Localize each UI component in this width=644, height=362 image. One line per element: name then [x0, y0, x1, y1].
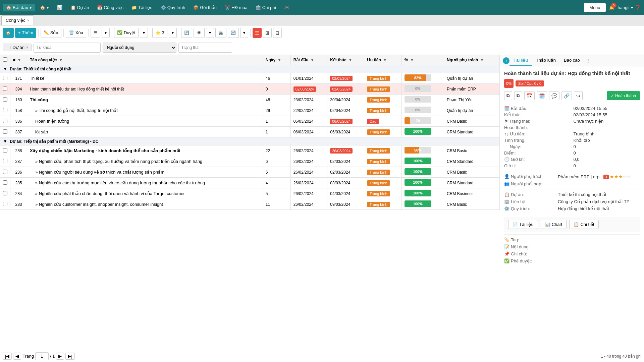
duyet-dropdown-btn[interactable]: ▾: [140, 28, 148, 38]
help-button[interactable]: ❓: [635, 4, 641, 11]
end-filter-icon[interactable]: ▼: [348, 58, 352, 62]
row-select[interactable]: [3, 119, 7, 123]
detail-more-tab[interactable]: ⋮: [584, 55, 592, 66]
row-checkbox[interactable]: [0, 199, 10, 210]
them-button[interactable]: + Thêm: [15, 28, 36, 38]
tai-lieu-detail-btn[interactable]: 📄 Tài liệu: [508, 220, 538, 229]
prev-page-btn[interactable]: ◀: [13, 353, 21, 360]
tab-close-icon[interactable]: ×: [28, 18, 30, 22]
eye-dropdown-btn[interactable]: ▾: [206, 28, 214, 38]
row-select[interactable]: [3, 86, 7, 91]
row-name[interactable]: » Nghiên cứu các thị trường mục tiêu và …: [27, 178, 263, 188]
days-filter-icon[interactable]: ▼: [277, 58, 281, 62]
user-select[interactable]: Người sử dụng: [103, 43, 176, 53]
list-dropdown-btn[interactable]: ▾: [102, 28, 110, 38]
star-button[interactable]: ⭐ 3: [152, 28, 167, 38]
row-select[interactable]: [3, 108, 7, 112]
row-checkbox[interactable]: [0, 127, 10, 137]
start-button[interactable]: 🏠 Bắt đầu ▾: [3, 4, 35, 11]
list-view-btn[interactable]: ☰: [91, 28, 100, 38]
tab-bao-cao[interactable]: Báo cáo: [560, 55, 584, 66]
detail-comment-btn[interactable]: 💬: [549, 91, 559, 100]
nav-project-btn[interactable]: 📋 Dự án: [67, 4, 92, 11]
row-select[interactable]: [3, 159, 7, 163]
row-checkbox[interactable]: [0, 116, 10, 127]
row-select[interactable]: [3, 180, 7, 185]
table-view-btn[interactable]: ☰: [253, 28, 262, 38]
detail-link-btn[interactable]: 🔗: [561, 91, 572, 100]
row-checkbox[interactable]: [0, 167, 10, 178]
hoan-thanh-button[interactable]: ✓ Hoàn thành: [607, 91, 640, 100]
row-name[interactable]: Thiết kế: [27, 73, 263, 84]
print-button[interactable]: 🖨️: [215, 28, 226, 38]
tab-tai-lieu[interactable]: Tài liệu: [509, 55, 532, 66]
detail-calendar-btn[interactable]: 📅: [524, 91, 535, 100]
percent-filter-icon[interactable]: ▼: [410, 58, 414, 62]
nav-contract-btn[interactable]: ✂️ HĐ mua: [221, 4, 251, 11]
star-dropdown-btn[interactable]: ▾: [169, 28, 177, 38]
owner-filter-icon[interactable]: ▼: [480, 58, 484, 62]
row-select[interactable]: [3, 170, 7, 174]
row-select[interactable]: [3, 97, 7, 102]
row-checkbox[interactable]: [0, 95, 10, 105]
notification-bell[interactable]: 🔔 0: [609, 5, 614, 10]
nav-doc-btn[interactable]: 📁 Tài liệu: [128, 4, 156, 11]
start-filter-icon[interactable]: ▼: [311, 58, 314, 62]
xoa-button[interactable]: 🗑️ Xóa: [66, 28, 86, 38]
id-filter-icon[interactable]: ▼: [17, 58, 21, 62]
row-checkbox[interactable]: [0, 178, 10, 188]
chi-tiet-detail-btn[interactable]: 📋 Chi tiết: [569, 220, 598, 229]
row-checkbox[interactable]: [0, 145, 10, 156]
refresh-button[interactable]: 🔄: [181, 28, 192, 38]
eye-button[interactable]: 👁️: [194, 28, 205, 38]
row-checkbox[interactable]: [0, 156, 10, 167]
nav-process-btn[interactable]: ⚙️ Quy trình: [157, 4, 189, 11]
nav-package-btn[interactable]: 📦 Gói thầu: [190, 4, 220, 11]
nav-chart-btn[interactable]: 📊: [54, 4, 66, 11]
project-filter-remove[interactable]: ×: [26, 45, 29, 50]
row-checkbox[interactable]: [0, 73, 10, 84]
row-name[interactable]: Thi công: [27, 95, 263, 105]
nav-work-btn[interactable]: 📅 Công việc: [94, 4, 127, 11]
th-checkbox[interactable]: [0, 55, 10, 65]
share-dropdown-btn[interactable]: ▾: [240, 28, 248, 38]
row-checkbox[interactable]: [0, 84, 10, 95]
keyword-input[interactable]: [34, 43, 101, 53]
grid-view-btn[interactable]: ⊞: [263, 28, 272, 38]
row-name[interactable]: Hoàn thiện tường: [27, 116, 263, 127]
first-page-btn[interactable]: |◀: [3, 353, 12, 360]
last-page-btn[interactable]: ▶|: [65, 353, 74, 360]
user-menu-button[interactable]: hangit ▾: [618, 5, 633, 10]
row-name[interactable]: Hoàn thành tài liệu dự án: Hợp đồng thiế…: [27, 84, 263, 95]
row-select[interactable]: [3, 202, 7, 206]
cong-viec-tab[interactable]: Công việc ×: [1, 15, 34, 25]
duyet-button[interactable]: ✅ Duyệt: [114, 28, 139, 38]
nav-icon-btn[interactable]: 🏠 ▾: [37, 4, 52, 11]
tab-thao-luan[interactable]: Thảo luận: [532, 55, 560, 66]
row-name[interactable]: » Nghiên cứu custormer insight, shopper …: [27, 199, 263, 210]
app-icon-btn[interactable]: 🏠: [3, 28, 14, 38]
nav-cost-btn[interactable]: 🏛️ Chi phí: [252, 4, 279, 11]
page-input[interactable]: [35, 352, 49, 360]
priority-filter-icon[interactable]: ▼: [383, 58, 387, 62]
status-input[interactable]: [178, 43, 232, 53]
detail-copy-btn[interactable]: ⧉: [504, 91, 512, 100]
detail-calendar2-btn[interactable]: 🗓️: [537, 91, 547, 100]
row-name[interactable]: » Nghiên cứu phát thảo chân dung, thói q…: [27, 188, 263, 199]
row-name[interactable]: » Nghiên cứu, phân tích thực trạng, xu h…: [27, 156, 263, 167]
row-select[interactable]: [3, 148, 7, 153]
detail-duplicate-btn[interactable]: ⧉: [514, 91, 522, 100]
select-all-checkbox[interactable]: [3, 57, 7, 62]
group-expand-icon-2[interactable]: ▼: [3, 139, 7, 144]
group-expand-icon-1[interactable]: ▼: [3, 66, 7, 71]
row-name[interactable]: Xây dựng chiến lược Marketing - kinh doa…: [27, 145, 263, 156]
chart-detail-btn[interactable]: 📊 Chart: [541, 220, 567, 229]
nav-extra-btn[interactable]: 🎮: [281, 4, 293, 11]
row-name[interactable]: » Thi công đồ gỗ nội thất, trang trí nội…: [27, 105, 263, 116]
row-name[interactable]: » Nghiên cứu người tiêu dùng về sở thích…: [27, 167, 263, 178]
next-page-btn[interactable]: ▶: [56, 353, 64, 360]
row-checkbox[interactable]: [0, 105, 10, 116]
menu-button[interactable]: Menu: [584, 3, 606, 12]
row-checkbox[interactable]: [0, 188, 10, 199]
row-select[interactable]: [3, 76, 7, 80]
